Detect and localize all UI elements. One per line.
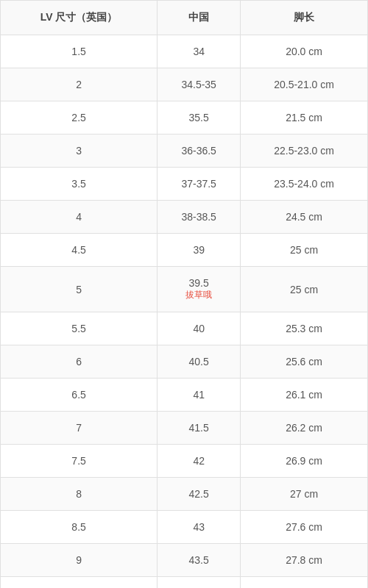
table-row: 640.525.6 cm [1, 345, 368, 379]
cell-lv-size: 2 [1, 68, 158, 101]
cell-lv-size: 5 [1, 267, 158, 312]
cell-lv-size: 9.5 [1, 577, 158, 589]
cell-lv-size: 4 [1, 201, 158, 234]
cell-foot-length: 27.6 cm [241, 511, 368, 544]
table-row: 943.527.8 cm [1, 544, 368, 577]
cell-china-size: 34.5-35 [158, 68, 241, 101]
cell-lv-size: 7 [1, 412, 158, 445]
cell-foot-length: 27 cm [241, 478, 368, 511]
table-row: 5.54025.3 cm [1, 312, 368, 345]
table-row: 7.54226.9 cm [1, 445, 368, 478]
cell-foot-length: 27.8 cm [241, 544, 368, 577]
table-row: 539.5拔草哦25 cm [1, 267, 368, 312]
table-row: 438-38.524.5 cm [1, 201, 368, 234]
table-row: 842.527 cm [1, 478, 368, 511]
table-row: 234.5-3520.5-21.0 cm [1, 68, 368, 101]
cell-lv-size: 4.5 [1, 234, 158, 267]
size-chart: LV 尺寸（英国） 中国 脚长 1.53420.0 cm234.5-3520.5… [0, 0, 368, 588]
table-row: 9.54428.6 cm [1, 577, 368, 589]
cell-china-size: 36-36.5 [158, 135, 241, 168]
table-row: 8.54327.6 cm [1, 511, 368, 544]
header-foot-length: 脚长 [241, 1, 368, 35]
cell-china-size: 39.5拔草哦 [158, 267, 241, 312]
cell-foot-length: 25 cm [241, 234, 368, 267]
cell-foot-length: 26.9 cm [241, 445, 368, 478]
cell-china-size: 38-38.5 [158, 201, 241, 234]
table-row: 1.53420.0 cm [1, 35, 368, 68]
cell-foot-length: 20.0 cm [241, 35, 368, 68]
cell-foot-length: 28.6 cm [241, 577, 368, 589]
table-row: 4.53925 cm [1, 234, 368, 267]
header-lv-size: LV 尺寸（英国） [1, 1, 158, 35]
cell-note: 拔草哦 [163, 289, 234, 301]
cell-china-size: 42.5 [158, 478, 241, 511]
cell-china-size: 41.5 [158, 412, 241, 445]
cell-foot-length: 26.2 cm [241, 412, 368, 445]
cell-china-size: 34 [158, 35, 241, 68]
table-row: 336-36.522.5-23.0 cm [1, 135, 368, 168]
cell-china-size: 41 [158, 379, 241, 412]
cell-lv-size: 9 [1, 544, 158, 577]
table-row: 3.537-37.523.5-24.0 cm [1, 168, 368, 201]
cell-foot-length: 22.5-23.0 cm [241, 135, 368, 168]
cell-china-size: 43.5 [158, 544, 241, 577]
cell-lv-size: 8 [1, 478, 158, 511]
cell-china-size: 42 [158, 445, 241, 478]
cell-china-size: 40.5 [158, 345, 241, 379]
cell-china-size: 35.5 [158, 101, 241, 135]
cell-china-size: 37-37.5 [158, 168, 241, 201]
header-china-size: 中国 [158, 1, 241, 35]
cell-lv-size: 6.5 [1, 379, 158, 412]
cell-china-size: 43 [158, 511, 241, 544]
cell-china-size: 44 [158, 577, 241, 589]
cell-foot-length: 26.1 cm [241, 379, 368, 412]
cell-lv-size: 5.5 [1, 312, 158, 345]
cell-lv-size: 3 [1, 135, 158, 168]
cell-foot-length: 25.3 cm [241, 312, 368, 345]
cell-foot-length: 25 cm [241, 267, 368, 312]
table-row: 6.54126.1 cm [1, 379, 368, 412]
cell-lv-size: 2.5 [1, 101, 158, 135]
cell-foot-length: 25.6 cm [241, 345, 368, 379]
cell-lv-size: 3.5 [1, 168, 158, 201]
cell-china-size: 39 [158, 234, 241, 267]
cell-foot-length: 23.5-24.0 cm [241, 168, 368, 201]
cell-foot-length: 20.5-21.0 cm [241, 68, 368, 101]
cell-lv-size: 6 [1, 345, 158, 379]
table-header-row: LV 尺寸（英国） 中国 脚长 [1, 1, 368, 35]
cell-foot-length: 21.5 cm [241, 101, 368, 135]
table-row: 2.535.521.5 cm [1, 101, 368, 135]
cell-china-size: 40 [158, 312, 241, 345]
cell-lv-size: 7.5 [1, 445, 158, 478]
cell-foot-length: 24.5 cm [241, 201, 368, 234]
cell-lv-size: 1.5 [1, 35, 158, 68]
cell-lv-size: 8.5 [1, 511, 158, 544]
table-row: 741.526.2 cm [1, 412, 368, 445]
